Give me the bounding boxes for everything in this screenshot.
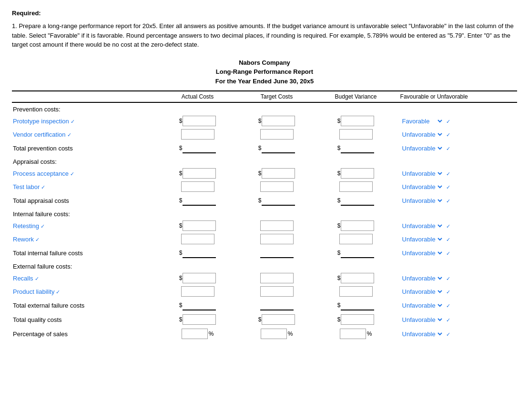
favorable-select[interactable]: FavorableUnfavorable	[400, 249, 444, 257]
amount-input[interactable]	[181, 234, 214, 244]
row-link[interactable]: Rework	[13, 236, 40, 243]
percent-input[interactable]	[261, 329, 287, 339]
percent-input[interactable]	[340, 329, 366, 339]
amount-input[interactable]	[260, 220, 294, 231]
amount-input[interactable]	[181, 286, 214, 297]
amount-input[interactable]	[260, 248, 294, 258]
amount-input[interactable]	[183, 273, 216, 283]
favorable-select[interactable]: FavorableUnfavorable	[400, 235, 444, 243]
row-link[interactable]: Test labor	[13, 183, 45, 190]
checkmark-icon: ✓	[445, 331, 450, 337]
dollar-sign: $	[337, 197, 341, 204]
amount-input[interactable]	[181, 181, 214, 192]
total-label: Total internal failure costs	[12, 246, 158, 260]
table-row: Product liabilityFavorableUnfavorable ✓	[12, 285, 517, 298]
favorable-select[interactable]: FavorableUnfavorable	[400, 197, 444, 205]
amount-input[interactable]	[341, 143, 374, 153]
amount-input[interactable]	[183, 116, 216, 126]
favorable-select[interactable]: FavorableUnfavorable	[400, 316, 444, 324]
instructions-text: 1. Prepare a long-range performance repo…	[12, 21, 517, 50]
amount-input[interactable]	[339, 286, 373, 297]
amount-input[interactable]	[341, 248, 374, 258]
col-header-label	[12, 91, 158, 102]
amount-input[interactable]	[339, 234, 373, 244]
amount-input[interactable]	[260, 181, 294, 192]
row-link[interactable]: Vendor certification	[13, 131, 71, 138]
favorable-select[interactable]: FavorableUnfavorable	[400, 222, 444, 230]
amount-input[interactable]	[341, 300, 374, 310]
amount-input[interactable]	[181, 129, 214, 140]
dollar-sign: $	[179, 316, 183, 323]
row-link[interactable]: Product liability	[13, 288, 61, 295]
favorable-select[interactable]: FavorableUnfavorable	[400, 288, 444, 296]
amount-input[interactable]	[260, 234, 294, 244]
section-label: External failure costs:	[12, 260, 517, 271]
row-link[interactable]: Retesting	[13, 222, 45, 230]
amount-input[interactable]	[262, 168, 295, 179]
favorable-select[interactable]: FavorableUnfavorable	[400, 144, 444, 152]
amount-input[interactable]	[341, 220, 374, 231]
total-label: Total external failure costs	[12, 298, 158, 312]
dollar-sign: $	[337, 170, 341, 177]
amount-input[interactable]	[183, 143, 216, 153]
amount-input[interactable]	[341, 314, 374, 325]
amount-input[interactable]	[262, 195, 295, 206]
favorable-select[interactable]: FavorableUnfavorable	[400, 330, 444, 338]
amount-input[interactable]	[183, 314, 216, 325]
dollar-sign: $	[337, 250, 341, 256]
amount-input[interactable]	[262, 116, 295, 126]
amount-input[interactable]	[260, 286, 294, 297]
required-label: Required:	[12, 10, 517, 17]
favorable-select[interactable]: FavorableUnfavorable	[400, 301, 444, 310]
amount-input[interactable]	[183, 168, 216, 179]
checkmark-icon: ✓	[445, 171, 450, 177]
dollar-sign: $	[179, 145, 183, 151]
amount-input[interactable]	[260, 300, 294, 310]
amount-input[interactable]	[183, 248, 216, 258]
dollar-sign: $	[179, 197, 183, 204]
amount-input[interactable]	[260, 129, 294, 140]
favorable-select[interactable]: FavorableUnfavorable	[400, 130, 444, 139]
amount-input[interactable]	[260, 273, 294, 283]
dollar-sign: $	[179, 275, 183, 281]
row-link[interactable]: Recalls	[13, 275, 39, 282]
amount-input[interactable]	[341, 168, 374, 179]
amount-input[interactable]	[339, 181, 373, 192]
amount-input[interactable]	[341, 273, 374, 283]
favorable-select[interactable]: FavorableUnfavorable	[400, 274, 444, 282]
dollar-sign: $	[179, 118, 183, 124]
checkmark-icon: ✓	[445, 132, 450, 138]
dollar-sign: $	[179, 302, 183, 309]
percent-sign: %	[367, 330, 372, 337]
amount-input[interactable]	[183, 220, 216, 231]
dollar-sign: $	[337, 302, 341, 309]
amount-input[interactable]	[341, 116, 374, 126]
grand-total-row: Percentage of sales%%%FavorableUnfavorab…	[12, 327, 517, 341]
amount-input[interactable]	[183, 195, 216, 206]
dollar-sign: $	[258, 316, 262, 323]
grand-total-row: Total quality costs$$$FavorableUnfavorab…	[12, 312, 517, 327]
row-link[interactable]: Prototype inspection	[13, 118, 75, 125]
amount-input[interactable]	[341, 195, 374, 206]
row-link[interactable]: Process acceptance	[13, 170, 74, 177]
total-row: Total internal failure costs$$FavorableU…	[12, 246, 517, 260]
total-label: Total appraisal costs	[12, 193, 158, 208]
favorable-select[interactable]: FavorableUnfavorable	[400, 117, 444, 125]
percent-sign: %	[288, 330, 293, 337]
col-header-budget: Budget Variance	[316, 91, 396, 102]
col-header-target: Target Costs	[237, 91, 316, 102]
checkmark-icon: ✓	[445, 198, 450, 204]
favorable-select[interactable]: FavorableUnfavorable	[400, 170, 444, 178]
total-row: Total prevention costs$$$FavorableUnfavo…	[12, 141, 517, 155]
amount-input[interactable]	[183, 300, 216, 310]
percent-input[interactable]	[182, 329, 208, 339]
report-subtitle: For the Year Ended June 30, 20x5	[12, 77, 517, 86]
checkmark-icon: ✓	[445, 317, 450, 323]
checkmark-icon: ✓	[445, 289, 450, 295]
dollar-sign: $	[337, 145, 341, 151]
favorable-select[interactable]: FavorableUnfavorable	[400, 183, 444, 191]
table-row: Process acceptance$$$FavorableUnfavorabl…	[12, 167, 517, 180]
amount-input[interactable]	[339, 129, 373, 140]
amount-input[interactable]	[262, 143, 295, 153]
amount-input[interactable]	[262, 314, 295, 325]
